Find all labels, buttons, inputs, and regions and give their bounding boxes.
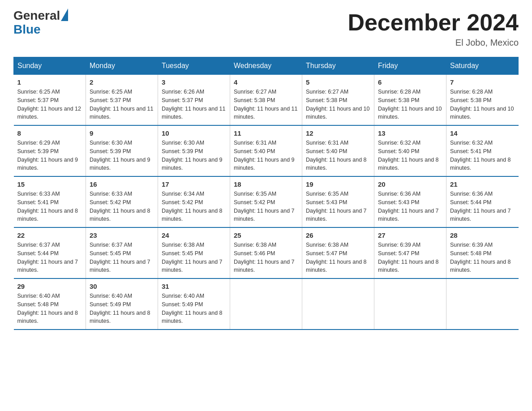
day-info: Sunrise: 6:33 AMSunset: 5:41 PMDaylight:… <box>17 190 82 223</box>
day-number: 4 <box>234 78 298 86</box>
calendar-cell: 1 Sunrise: 6:25 AMSunset: 5:37 PMDayligh… <box>14 75 86 126</box>
calendar-cell: 10 Sunrise: 6:30 AMSunset: 5:39 PMDaylig… <box>158 125 230 176</box>
day-number: 27 <box>378 231 442 239</box>
day-number: 20 <box>378 180 442 188</box>
logo-blue-text: Blue <box>13 23 68 37</box>
logo-triangle-icon <box>61 9 68 21</box>
calendar-cell: 6 Sunrise: 6:28 AMSunset: 5:38 PMDayligh… <box>374 75 446 126</box>
calendar-cell: 26 Sunrise: 6:38 AMSunset: 5:47 PMDaylig… <box>302 227 374 278</box>
day-info: Sunrise: 6:40 AMSunset: 5:48 PMDaylight:… <box>17 292 82 325</box>
day-info: Sunrise: 6:25 AMSunset: 5:37 PMDaylight:… <box>90 88 154 121</box>
day-number: 15 <box>17 180 82 188</box>
day-info: Sunrise: 6:40 AMSunset: 5:49 PMDaylight:… <box>162 292 226 325</box>
day-number: 1 <box>17 78 82 86</box>
day-number: 26 <box>306 231 370 239</box>
calendar-week-row: 8 Sunrise: 6:29 AMSunset: 5:39 PMDayligh… <box>14 125 519 176</box>
location-subtitle: El Jobo, Mexico <box>348 38 519 48</box>
day-number: 19 <box>306 180 370 188</box>
title-block: December 2024 El Jobo, Mexico <box>348 9 519 48</box>
calendar-week-row: 1 Sunrise: 6:25 AMSunset: 5:37 PMDayligh… <box>14 75 519 126</box>
calendar-cell: 25 Sunrise: 6:38 AMSunset: 5:46 PMDaylig… <box>230 227 302 278</box>
calendar-cell: 21 Sunrise: 6:36 AMSunset: 5:44 PMDaylig… <box>446 176 519 227</box>
day-info: Sunrise: 6:33 AMSunset: 5:42 PMDaylight:… <box>90 190 154 223</box>
day-number: 3 <box>162 78 226 86</box>
month-title: December 2024 <box>348 9 519 36</box>
day-number: 29 <box>17 283 82 290</box>
col-sunday: Sunday <box>14 57 86 75</box>
day-info: Sunrise: 6:40 AMSunset: 5:49 PMDaylight:… <box>90 292 154 325</box>
day-info: Sunrise: 6:39 AMSunset: 5:48 PMDaylight:… <box>450 241 515 274</box>
calendar-cell: 18 Sunrise: 6:35 AMSunset: 5:42 PMDaylig… <box>230 176 302 227</box>
day-info: Sunrise: 6:38 AMSunset: 5:46 PMDaylight:… <box>234 241 298 274</box>
col-thursday: Thursday <box>302 57 374 75</box>
day-number: 23 <box>90 231 154 239</box>
day-info: Sunrise: 6:37 AMSunset: 5:45 PMDaylight:… <box>90 241 154 274</box>
calendar-cell <box>446 278 519 330</box>
day-number: 9 <box>90 129 154 137</box>
day-info: Sunrise: 6:32 AMSunset: 5:40 PMDaylight:… <box>378 139 442 172</box>
col-saturday: Saturday <box>446 57 519 75</box>
day-info: Sunrise: 6:36 AMSunset: 5:44 PMDaylight:… <box>450 190 515 223</box>
calendar-cell: 7 Sunrise: 6:28 AMSunset: 5:38 PMDayligh… <box>446 75 519 126</box>
calendar-cell: 22 Sunrise: 6:37 AMSunset: 5:44 PMDaylig… <box>14 227 86 278</box>
day-number: 22 <box>17 231 82 239</box>
day-info: Sunrise: 6:25 AMSunset: 5:37 PMDaylight:… <box>17 88 82 121</box>
calendar-cell: 17 Sunrise: 6:34 AMSunset: 5:42 PMDaylig… <box>158 176 230 227</box>
logo-general-text: General <box>13 9 60 23</box>
day-info: Sunrise: 6:28 AMSunset: 5:38 PMDaylight:… <box>378 88 442 121</box>
calendar-cell: 11 Sunrise: 6:31 AMSunset: 5:40 PMDaylig… <box>230 125 302 176</box>
calendar-table: Sunday Monday Tuesday Wednesday Thursday… <box>13 57 519 330</box>
calendar-week-row: 15 Sunrise: 6:33 AMSunset: 5:41 PMDaylig… <box>14 176 519 227</box>
day-info: Sunrise: 6:31 AMSunset: 5:40 PMDaylight:… <box>234 139 298 172</box>
calendar-cell: 5 Sunrise: 6:27 AMSunset: 5:38 PMDayligh… <box>302 75 374 126</box>
day-info: Sunrise: 6:30 AMSunset: 5:39 PMDaylight:… <box>90 139 154 172</box>
day-info: Sunrise: 6:27 AMSunset: 5:38 PMDaylight:… <box>306 88 370 121</box>
calendar-cell: 9 Sunrise: 6:30 AMSunset: 5:39 PMDayligh… <box>86 125 158 176</box>
calendar-cell: 16 Sunrise: 6:33 AMSunset: 5:42 PMDaylig… <box>86 176 158 227</box>
calendar-cell: 13 Sunrise: 6:32 AMSunset: 5:40 PMDaylig… <box>374 125 446 176</box>
calendar-cell: 27 Sunrise: 6:39 AMSunset: 5:47 PMDaylig… <box>374 227 446 278</box>
calendar-cell <box>374 278 446 330</box>
calendar-cell: 3 Sunrise: 6:26 AMSunset: 5:37 PMDayligh… <box>158 75 230 126</box>
calendar-cell: 23 Sunrise: 6:37 AMSunset: 5:45 PMDaylig… <box>86 227 158 278</box>
day-number: 7 <box>450 78 515 86</box>
day-number: 31 <box>162 283 226 290</box>
day-number: 24 <box>162 231 226 239</box>
day-number: 16 <box>90 180 154 188</box>
col-wednesday: Wednesday <box>230 57 302 75</box>
day-number: 13 <box>378 129 442 137</box>
calendar-cell: 19 Sunrise: 6:35 AMSunset: 5:43 PMDaylig… <box>302 176 374 227</box>
day-info: Sunrise: 6:30 AMSunset: 5:39 PMDaylight:… <box>162 139 226 172</box>
calendar-cell: 31 Sunrise: 6:40 AMSunset: 5:49 PMDaylig… <box>158 278 230 330</box>
calendar-header-row: Sunday Monday Tuesday Wednesday Thursday… <box>14 57 519 75</box>
calendar-cell <box>302 278 374 330</box>
day-info: Sunrise: 6:28 AMSunset: 5:38 PMDaylight:… <box>450 88 515 121</box>
logo: General Blue <box>13 9 68 37</box>
calendar-cell: 30 Sunrise: 6:40 AMSunset: 5:49 PMDaylig… <box>86 278 158 330</box>
day-info: Sunrise: 6:39 AMSunset: 5:47 PMDaylight:… <box>378 241 442 274</box>
calendar-week-row: 22 Sunrise: 6:37 AMSunset: 5:44 PMDaylig… <box>14 227 519 278</box>
calendar-cell: 20 Sunrise: 6:36 AMSunset: 5:43 PMDaylig… <box>374 176 446 227</box>
calendar-cell: 29 Sunrise: 6:40 AMSunset: 5:48 PMDaylig… <box>14 278 86 330</box>
col-tuesday: Tuesday <box>158 57 230 75</box>
calendar-cell: 8 Sunrise: 6:29 AMSunset: 5:39 PMDayligh… <box>14 125 86 176</box>
day-info: Sunrise: 6:35 AMSunset: 5:43 PMDaylight:… <box>306 190 370 223</box>
day-info: Sunrise: 6:34 AMSunset: 5:42 PMDaylight:… <box>162 190 226 223</box>
day-info: Sunrise: 6:36 AMSunset: 5:43 PMDaylight:… <box>378 190 442 223</box>
day-info: Sunrise: 6:26 AMSunset: 5:37 PMDaylight:… <box>162 88 226 121</box>
calendar-week-row: 29 Sunrise: 6:40 AMSunset: 5:48 PMDaylig… <box>14 278 519 330</box>
day-number: 11 <box>234 129 298 137</box>
day-number: 8 <box>17 129 82 137</box>
calendar-cell: 2 Sunrise: 6:25 AMSunset: 5:37 PMDayligh… <box>86 75 158 126</box>
calendar-cell: 24 Sunrise: 6:38 AMSunset: 5:45 PMDaylig… <box>158 227 230 278</box>
col-monday: Monday <box>86 57 158 75</box>
day-info: Sunrise: 6:32 AMSunset: 5:41 PMDaylight:… <box>450 139 515 172</box>
day-number: 18 <box>234 180 298 188</box>
day-info: Sunrise: 6:38 AMSunset: 5:45 PMDaylight:… <box>162 241 226 274</box>
calendar-cell: 28 Sunrise: 6:39 AMSunset: 5:48 PMDaylig… <box>446 227 519 278</box>
day-number: 14 <box>450 129 515 137</box>
page-header: General Blue December 2024 El Jobo, Mexi… <box>13 9 519 48</box>
calendar-cell: 15 Sunrise: 6:33 AMSunset: 5:41 PMDaylig… <box>14 176 86 227</box>
calendar-cell: 4 Sunrise: 6:27 AMSunset: 5:38 PMDayligh… <box>230 75 302 126</box>
day-number: 6 <box>378 78 442 86</box>
